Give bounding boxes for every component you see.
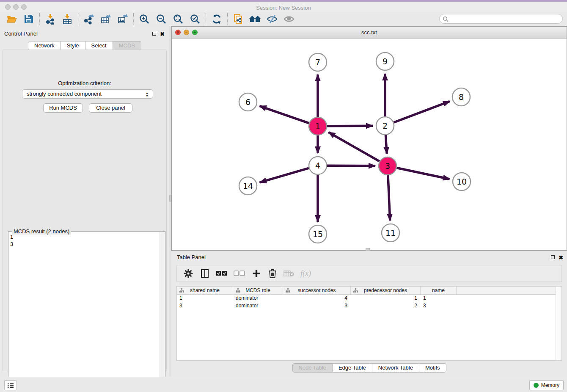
criterion-dropdown[interactable]: strongly connected component ▲▼	[22, 89, 153, 99]
edge-4-3[interactable]	[327, 166, 375, 166]
tab-select[interactable]: Select	[85, 41, 113, 50]
tab-network-table[interactable]: Network Table	[372, 363, 419, 373]
search-input[interactable]	[451, 16, 556, 22]
float-panel-icon[interactable]	[152, 32, 156, 36]
delete-row-icon[interactable]	[267, 268, 278, 279]
export-network-icon[interactable]	[80, 13, 97, 25]
node-label-8: 8	[459, 92, 464, 102]
float-table-panel-icon[interactable]	[551, 255, 555, 259]
toolbar-separator	[133, 13, 134, 25]
node-label-4: 4	[315, 161, 320, 170]
function-builder-icon[interactable]: f(x)	[300, 268, 311, 279]
tab-node-table[interactable]: Node Table	[292, 363, 333, 373]
node-table-header: shared nameMCDS rolesuccessor nodesprede…	[177, 287, 561, 295]
column-header-MCDS-role[interactable]: MCDS role	[233, 287, 283, 294]
import-network-icon[interactable]	[42, 13, 59, 25]
hierarchy-icon	[353, 288, 358, 293]
deselect-all-checks-icon[interactable]	[234, 268, 245, 279]
tab-style[interactable]: Style	[61, 41, 85, 50]
network-canvas[interactable]: 1234678910111415	[172, 39, 567, 250]
node-label-11: 11	[385, 228, 396, 237]
node-label-2: 2	[383, 121, 388, 130]
cell-successor-nodes[interactable]: 3	[283, 302, 351, 310]
zoom-in-icon[interactable]	[136, 13, 153, 25]
export-image-icon[interactable]	[114, 13, 131, 25]
edge-3-10[interactable]	[397, 168, 450, 179]
settings-gear-icon[interactable]	[183, 268, 194, 279]
table-scrollbar[interactable]	[556, 287, 561, 360]
optimization-criterion-label: Optimization criterion:	[3, 80, 166, 86]
cell-shared-name[interactable]: 3	[177, 302, 233, 310]
edge-3-1[interactable]	[328, 132, 380, 161]
hide-graphics-details-icon[interactable]	[264, 13, 281, 25]
function-builder-label: f(x)	[300, 269, 311, 278]
close-table-panel-icon[interactable]: ✖	[559, 255, 563, 260]
edge-2-3[interactable]	[385, 135, 387, 154]
save-session-icon[interactable]	[20, 13, 37, 25]
tab-network[interactable]: Network	[28, 41, 61, 50]
home-view-icon[interactable]	[247, 13, 264, 25]
task-history-button[interactable]	[4, 380, 17, 390]
zoom-selected-icon[interactable]	[187, 13, 204, 25]
run-mcds-button[interactable]: Run MCDS	[43, 103, 83, 113]
edge-1-6[interactable]	[259, 106, 309, 123]
show-columns-icon[interactable]	[200, 268, 210, 279]
mcds-panel: Optimization criterion: strongly connect…	[3, 50, 167, 371]
network-window-titlebar[interactable]: ✕ − + scc.txt	[172, 27, 567, 39]
column-header-successor-nodes[interactable]: successor nodes	[283, 287, 351, 294]
edge-1-2[interactable]	[327, 126, 373, 126]
cell-predecessor-nodes[interactable]: 1	[351, 295, 421, 302]
search-icon	[443, 16, 449, 22]
show-graphics-details-icon[interactable]	[281, 13, 297, 25]
search-field[interactable]	[439, 14, 563, 24]
app-titlebar: Session: New Session	[0, 2, 567, 12]
result-scrollbar[interactable]	[160, 232, 165, 392]
close-panel-icon[interactable]: ✖	[160, 31, 165, 37]
node-label-6: 6	[245, 97, 250, 107]
column-header-predecessor-nodes[interactable]: predecessor nodes	[351, 287, 421, 294]
criterion-value: strongly connected component	[27, 91, 102, 97]
close-panel-button[interactable]: Close panel	[89, 103, 132, 113]
add-row-icon[interactable]	[251, 268, 261, 279]
table-row[interactable]: 3dominator323	[177, 302, 561, 310]
cell-name[interactable]: 1	[421, 295, 457, 302]
column-header-shared-name[interactable]: shared name	[177, 287, 233, 294]
node-label-3: 3	[385, 161, 390, 171]
table-row[interactable]: 1dominator411	[177, 295, 561, 302]
node-table: shared nameMCDS rolesuccessor nodesprede…	[176, 286, 562, 361]
open-session-icon[interactable]	[3, 13, 20, 25]
cell-name[interactable]: 3	[421, 302, 457, 310]
export-table-icon[interactable]	[97, 13, 114, 25]
zoom-fit-icon[interactable]	[170, 13, 187, 25]
control-panel-title: Control Panel	[4, 30, 38, 37]
duplicate-network-icon[interactable]	[230, 13, 247, 25]
column-label: shared name	[190, 287, 220, 293]
refresh-layout-icon[interactable]	[208, 13, 225, 25]
select-all-checks-icon[interactable]	[216, 268, 228, 279]
edge-3-11[interactable]	[388, 175, 390, 221]
memory-status-icon	[534, 383, 539, 388]
toolbar-separator	[39, 13, 40, 25]
import-table-icon[interactable]	[59, 13, 76, 25]
cell-MCDS-role[interactable]: dominator	[233, 295, 283, 302]
status-bar: Memory	[0, 377, 567, 392]
cell-successor-nodes[interactable]: 4	[283, 295, 351, 302]
column-label: MCDS role	[245, 287, 270, 293]
edge-2-8[interactable]	[394, 101, 450, 122]
node-label-1: 1	[315, 121, 320, 131]
cell-MCDS-role[interactable]: dominator	[233, 302, 283, 310]
tab-motifs[interactable]: Motifs	[419, 363, 446, 373]
delete-table-icon[interactable]	[284, 268, 295, 279]
column-header-name[interactable]: name	[421, 287, 457, 294]
tab-edge-table[interactable]: Edge Table	[333, 363, 372, 373]
application-window: Session: New Session	[0, 0, 567, 392]
cell-predecessor-nodes[interactable]: 2	[351, 302, 421, 310]
memory-button[interactable]: Memory	[529, 380, 564, 390]
app-title: Session: New Session	[0, 3, 567, 13]
tab-mcds[interactable]: MCDS	[113, 41, 141, 50]
edge-4-14[interactable]	[260, 168, 309, 182]
memory-label: Memory	[541, 382, 559, 388]
zoom-out-icon[interactable]	[153, 13, 170, 25]
table-panel-title: Table Panel	[177, 254, 206, 260]
cell-shared-name[interactable]: 1	[177, 295, 233, 302]
